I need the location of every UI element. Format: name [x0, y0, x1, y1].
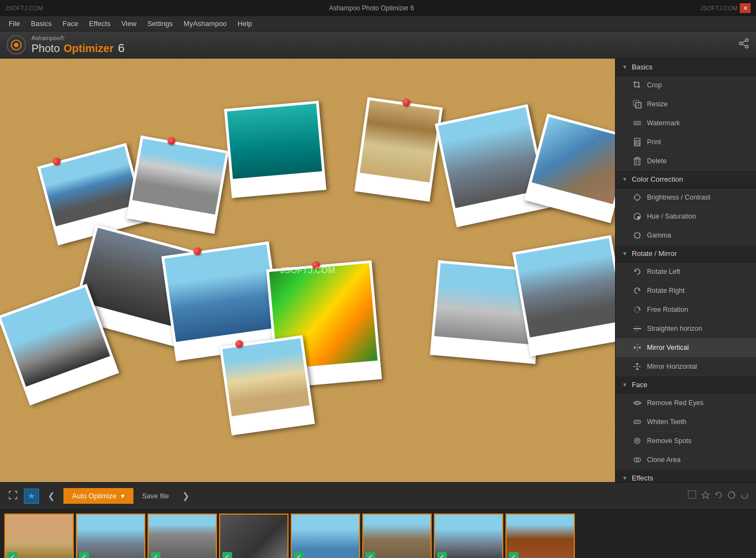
straighten-horizon-label: Straighten horizon [647, 325, 702, 332]
sidebar-item-watermark[interactable]: Watermark [616, 114, 756, 133]
svg-point-2 [746, 39, 748, 42]
toolbar-icon-1[interactable] [688, 490, 697, 502]
brightness-contrast-icon [632, 192, 643, 203]
photo-4[interactable] [355, 97, 443, 202]
sidebar-item-straighten-horizon[interactable]: Straighten horizon [616, 319, 756, 338]
photo-3[interactable] [224, 101, 326, 198]
menu-file[interactable]: File [4, 18, 24, 29]
section-rotate-mirror[interactable]: ▼ Rotate / Mirror [616, 245, 756, 262]
crop-label: Crop [647, 81, 662, 89]
toolbar-icon-5[interactable] [740, 490, 749, 502]
mirror-horizontal-icon [632, 361, 643, 372]
svg-rect-57 [688, 491, 696, 498]
svg-line-6 [742, 44, 746, 46]
photo-13[interactable] [512, 235, 615, 356]
rotate-left-label: Rotate Left [647, 268, 680, 275]
product-accent: Optimizer [63, 42, 113, 55]
menu-view[interactable]: View [117, 18, 141, 29]
sidebar-item-mirror-vertical[interactable]: Mirror Vertical [616, 338, 756, 357]
free-rotation-icon [632, 304, 643, 315]
main-area: JSOFTJ.COM [0, 59, 756, 482]
sidebar-item-brightness-contrast[interactable]: Brightness / Contrast [616, 188, 756, 207]
sidebar-item-clone-area[interactable]: Clone Area [616, 451, 756, 470]
sidebar-item-mirror-horizontal[interactable]: Mirror Horizontal [616, 357, 756, 376]
sidebar-item-crop[interactable]: Crop [616, 76, 756, 95]
check-mark-4: ✓ [222, 552, 232, 558]
menu-settings[interactable]: Settings [143, 18, 177, 29]
sidebar: ▼ Basics Crop Resize Watermark Print [615, 59, 756, 482]
sidebar-item-delete[interactable]: Delete [616, 152, 756, 171]
sidebar-item-whiten-teeth[interactable]: Whiten Teeth [616, 413, 756, 432]
titlebar: JSOFTJ.COM Ashampoo Photo Optimizer 6 JS… [0, 0, 756, 16]
filmstrip-thumb-4[interactable]: ✓ [219, 514, 289, 558]
cork-board: JSOFTJ.COM [0, 59, 615, 482]
delete-label: Delete [647, 157, 667, 165]
toolbar-icon-3[interactable] [714, 490, 723, 502]
sidebar-item-gamma[interactable]: Gamma [616, 226, 756, 245]
menu-face[interactable]: Face [58, 18, 82, 29]
bottom-toolbar: ❮ Auto Optimize ▾ Save file ❯ [0, 482, 756, 509]
toolbar-icon-4[interactable] [727, 490, 736, 502]
canvas-area: JSOFTJ.COM [0, 59, 615, 482]
product-plain: Photo [31, 42, 60, 55]
auto-optimize-button[interactable]: Auto Optimize ▾ [63, 488, 133, 504]
filmstrip-thumb-8[interactable]: ✓ [505, 514, 575, 558]
sidebar-item-print[interactable]: Print [616, 133, 756, 152]
section-color-correction[interactable]: ▼ Color Correction [616, 171, 756, 188]
whiten-teeth-label: Whiten Teeth [647, 418, 687, 426]
whiten-teeth-icon [632, 416, 643, 427]
sidebar-item-remove-red-eyes[interactable]: Remove Red Eyes [616, 394, 756, 413]
filmstrip: ✓ ✓ ✓ ✓ ✓ ✓ ✓ ✓ [0, 509, 756, 558]
section-face[interactable]: ▼ Face [616, 376, 756, 394]
menu-help[interactable]: Help [233, 18, 257, 29]
sidebar-item-rotate-left[interactable]: Rotate Left [616, 262, 756, 281]
close-button[interactable]: ✕ [740, 3, 751, 13]
print-icon [632, 137, 643, 147]
toolbar-icon-2[interactable] [701, 490, 710, 502]
brightness-contrast-label: Brightness / Contrast [647, 194, 710, 201]
sidebar-item-rotate-right[interactable]: Rotate Right [616, 281, 756, 300]
svg-point-1 [14, 43, 18, 47]
svg-point-47 [636, 440, 638, 442]
prev-button[interactable]: ❮ [43, 489, 59, 503]
menu-effects[interactable]: Effects [85, 18, 115, 29]
photo-2[interactable] [126, 136, 229, 234]
brand-name: Ashampoo® [31, 35, 125, 41]
section-effects[interactable]: ▼ Effects [616, 470, 756, 482]
photo-5[interactable] [435, 104, 550, 227]
zoom-fit-button[interactable] [7, 489, 20, 503]
photo-12[interactable] [219, 335, 315, 435]
filmstrip-thumb-7[interactable]: ✓ [434, 514, 503, 558]
menu-myashampoo[interactable]: MyAshampoo [180, 18, 231, 29]
share-icon[interactable] [739, 38, 749, 52]
filmstrip-thumb-6[interactable]: ✓ [362, 514, 432, 558]
filmstrip-thumb-2[interactable]: ✓ [76, 514, 145, 558]
remove-red-eyes-icon [632, 397, 643, 408]
sidebar-item-hue-saturation[interactable]: Hue / Saturation [616, 207, 756, 226]
next-button[interactable]: ❯ [178, 489, 194, 503]
check-mark-3: ✓ [151, 552, 161, 558]
svg-point-20 [635, 195, 640, 200]
svg-point-4 [740, 42, 742, 45]
svg-rect-7 [633, 100, 639, 106]
clone-area-label: Clone Area [647, 456, 681, 464]
sidebar-item-free-rotation[interactable]: Free Rotation [616, 300, 756, 319]
rotate-mirror-label: Rotate / Mirror [632, 249, 677, 258]
filmstrip-thumb-5[interactable]: ✓ [291, 514, 360, 558]
favorite-button[interactable] [24, 489, 39, 504]
hue-saturation-label: Hue / Saturation [647, 213, 696, 220]
watermark-icon [632, 118, 643, 129]
sidebar-item-resize[interactable]: Resize [616, 95, 756, 114]
save-file-button[interactable]: Save file [138, 490, 174, 502]
section-basics[interactable]: ▼ Basics [616, 59, 756, 76]
filmstrip-thumb-3[interactable]: ✓ [148, 514, 217, 558]
face-arrow: ▼ [622, 382, 627, 388]
sidebar-item-remove-spots[interactable]: Remove Spots [616, 432, 756, 451]
svg-rect-37 [633, 328, 641, 329]
rotate-mirror-arrow: ▼ [622, 251, 627, 256]
menu-basics[interactable]: Basics [27, 18, 56, 29]
logo-area: Ashampoo® Photo Optimizer 6 [7, 35, 125, 55]
filmstrip-thumb-1[interactable]: ✓ [4, 514, 74, 558]
clone-area-icon [632, 454, 643, 465]
remove-red-eyes-label: Remove Red Eyes [647, 399, 703, 407]
